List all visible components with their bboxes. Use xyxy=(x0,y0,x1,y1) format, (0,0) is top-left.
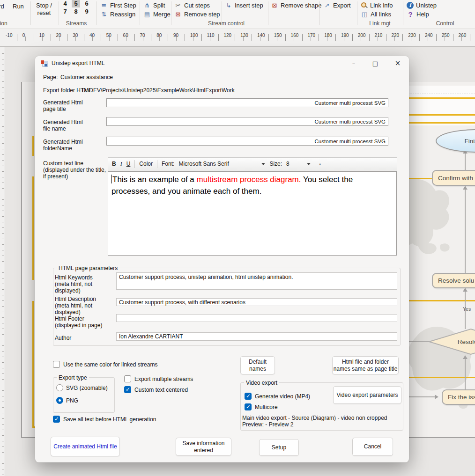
dialog-titlebar[interactable]: Unistep export HTML – □ × xyxy=(35,56,409,70)
html-page-parameters-title: HTML page parameters xyxy=(57,265,119,271)
all-links-icon: ◫ xyxy=(361,11,368,18)
split-label: Split xyxy=(153,2,165,9)
ruler-tick-major xyxy=(235,34,235,41)
generate-video-checkbox[interactable] xyxy=(245,393,252,400)
font-select[interactable]: Microsoft Sans Serif xyxy=(178,161,265,167)
bullet-button[interactable]: ▪ xyxy=(319,162,321,166)
video-export-info-line2: Preview: - Preview 2 xyxy=(242,421,293,428)
ruler-tick-major xyxy=(285,34,286,41)
footer-input[interactable] xyxy=(116,314,397,322)
ruler-tick-label: 180 xyxy=(324,33,332,38)
export-multiple-checkbox[interactable] xyxy=(124,375,131,382)
stream-key-8[interactable]: 8 xyxy=(72,8,80,15)
ruler-tick-major xyxy=(352,34,353,41)
ribbon-item-split[interactable]: ⋔Split xyxy=(143,1,165,9)
ribbon-item-export[interactable]: ↗Export xyxy=(323,1,351,9)
arrowhead-up xyxy=(463,186,468,190)
save-information-button[interactable]: Save information entered xyxy=(176,438,231,456)
merge-icon: ▤ xyxy=(143,11,151,18)
setup-button[interactable]: Setup xyxy=(259,439,299,456)
help-label: Help xyxy=(416,11,429,18)
ribbon-item-merge[interactable]: ▤Merge xyxy=(143,10,171,18)
ruler-tick-label: 140 xyxy=(257,33,265,38)
ribbon-item-partial[interactable]: ard xyxy=(0,2,4,10)
flow-node-fix[interactable]: Fix the issu xyxy=(442,389,475,405)
video-export-parameters-button[interactable]: Video export parameters xyxy=(333,386,401,404)
confirm-label: Confirm with cu xyxy=(438,175,475,182)
stream-key-9[interactable]: 9 xyxy=(82,8,91,15)
author-label: Author xyxy=(55,335,71,341)
flow-connector xyxy=(465,153,466,170)
size-select[interactable]: 8 xyxy=(286,161,311,167)
maximize-button[interactable]: □ xyxy=(367,56,384,70)
multicore-checkbox[interactable] xyxy=(245,403,252,410)
svg-radio[interactable] xyxy=(56,384,63,391)
stream-key-4[interactable]: 4 xyxy=(61,0,69,7)
ribbon-item-remove-shape[interactable]: ⊠Remove shape xyxy=(271,1,321,9)
custom-text-editor[interactable]: This is an example of a multistream proc… xyxy=(108,171,397,256)
generated-folder-name-input[interactable]: Customer multi processt SVG xyxy=(106,137,388,146)
export-folder-value: D:\DEV\Projects\Unistep2025\ExampleWork\… xyxy=(82,87,235,94)
flow-node-resolved-diamond[interactable]: Resolved xyxy=(429,328,475,355)
ribbon-item-help[interactable]: ?Help xyxy=(407,10,429,18)
generated-page-title-value: Customer multi processt SVG xyxy=(315,100,386,106)
same-color-checkbox[interactable] xyxy=(53,361,60,368)
ruler-tick-major xyxy=(151,34,151,41)
yes-branch-label: Yes xyxy=(463,306,471,312)
generated-page-title-input[interactable]: Customer multi processt SVG xyxy=(106,98,388,107)
create-animated-html-button[interactable]: Create animated Html file xyxy=(51,437,120,456)
ribbon-item-insert-step[interactable]: ↳Insert step xyxy=(225,1,263,9)
keywords-input[interactable]: Customer support process, unistep animat… xyxy=(116,272,397,290)
ruler-tick-label: 0 xyxy=(22,33,25,38)
size-select-value: 8 xyxy=(286,161,289,167)
flow-node-resolve[interactable]: Resolve solu xyxy=(432,273,475,288)
generated-file-name-input[interactable]: Customer multi processt SVG xyxy=(106,117,388,126)
stream-band xyxy=(403,86,475,125)
ribbon-item-all-links[interactable]: ◫All links xyxy=(361,10,391,18)
cancel-button[interactable]: Cancel xyxy=(352,438,393,456)
stream-line-vertical xyxy=(32,301,34,427)
font-select-value: Microsoft Sans Serif xyxy=(178,161,229,167)
save-all-text-checkbox[interactable] xyxy=(53,416,60,423)
underline-button[interactable]: U xyxy=(126,161,131,167)
ribbon-item-stop-reset[interactable]: Stop / reset xyxy=(32,2,56,17)
italic-button[interactable]: I xyxy=(120,161,122,168)
vertical-ruler xyxy=(0,46,5,476)
ribbon-item-link-info[interactable]: Link info xyxy=(361,1,393,9)
ruler-tick-label: 220 xyxy=(391,33,399,38)
stream-key-5[interactable]: 5 xyxy=(72,0,80,7)
ruler-tick-label: 210 xyxy=(375,33,383,38)
author-input[interactable]: Ion Alexandre CARTIANT xyxy=(116,332,397,341)
ribbon-item-remove-step[interactable]: ⊠Remove step xyxy=(174,10,220,18)
ruler-tick-label: 120 xyxy=(223,33,231,38)
minimize-button[interactable]: – xyxy=(345,56,362,70)
arrowhead-up xyxy=(463,288,468,292)
ribbon-item-first-step[interactable]: ≡First Step xyxy=(100,1,136,9)
fix-label: Fix the issu xyxy=(448,394,475,401)
color-button[interactable]: Color xyxy=(139,161,153,167)
multicore-label: Multicore xyxy=(255,404,278,410)
ribbon-item-reassign[interactable]: ⇅Reassign xyxy=(100,10,135,18)
same-color-label: Use the same color for linked streams xyxy=(63,361,157,368)
ribbon-item-run[interactable]: Run xyxy=(13,2,24,10)
link-info-label: Link info xyxy=(370,2,393,9)
stream-key-6[interactable]: 6 xyxy=(82,0,91,7)
custom-centered-checkbox[interactable] xyxy=(124,386,131,393)
ruler-tick-major xyxy=(386,34,386,41)
ribbon-item-cut-steps[interactable]: ✂Cut steps xyxy=(174,1,210,9)
stream-key-7[interactable]: 7 xyxy=(61,8,69,15)
flow-node-confirm[interactable]: Confirm with cu xyxy=(432,170,475,186)
html-names-button[interactable]: Html file and folder names same as page … xyxy=(332,356,399,374)
default-names-button[interactable]: Default names xyxy=(240,356,275,374)
ruler-tick-major xyxy=(268,34,269,41)
reassign-label: Reassign xyxy=(110,11,135,18)
ruler-tick-major xyxy=(453,34,453,41)
ruler-tick-major xyxy=(201,34,202,41)
description-input[interactable]: Customer support process, with different… xyxy=(116,298,397,306)
generated-folder-name-value: Customer multi processt SVG xyxy=(315,139,386,144)
png-radio[interactable] xyxy=(56,397,63,404)
ruler-tick-major xyxy=(470,34,470,41)
close-button[interactable]: × xyxy=(388,56,407,70)
ribbon-item-unistep[interactable]: iUnistep xyxy=(407,1,437,9)
bold-button[interactable]: B xyxy=(112,161,116,167)
